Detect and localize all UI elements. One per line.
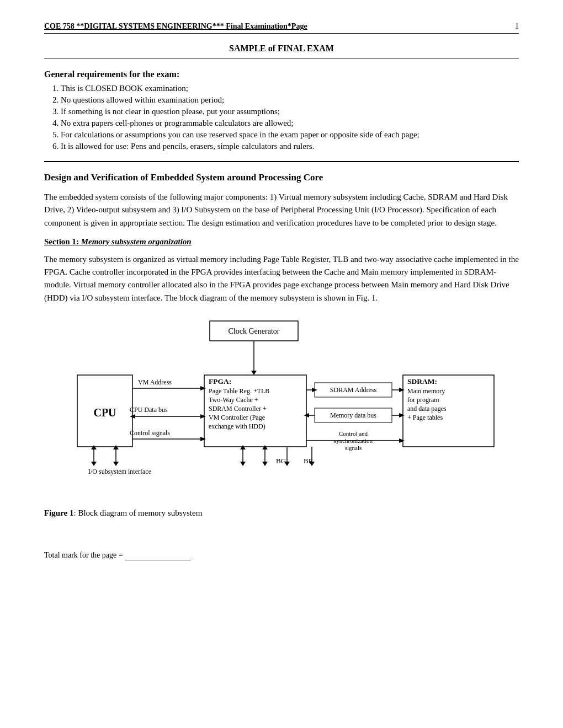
svg-marker-28 xyxy=(113,462,119,466)
list-item: For calculations or assumptions you can … xyxy=(61,130,519,140)
header-title: COE 758 **DIGITAL SYSTEMS ENGINEERING***… xyxy=(44,22,307,31)
bg-label: BG xyxy=(276,457,286,465)
intro-paragraph: The embedded system consists of the foll… xyxy=(44,191,519,229)
sdram-address-label: SDRAM Address xyxy=(330,386,377,394)
control-signals-label: Control signals xyxy=(130,429,170,437)
ctrl-sync-line1: Control and xyxy=(339,430,368,437)
sdram-line3: and data pages xyxy=(407,405,447,413)
io-interface-label: I/O subsystem interface xyxy=(88,468,151,475)
fpga-line4: VM Controller (Page xyxy=(209,414,265,421)
figure-caption: Figure 1: Block diagram of memory subsys… xyxy=(44,508,519,518)
main-section-title: Design and Verification of Embedded Syst… xyxy=(44,172,519,183)
clock-generator-label: Clock Generator xyxy=(229,327,280,335)
cpu-data-bus-label: CPU Data bus xyxy=(130,406,168,414)
total-mark-label: Total mark for the page = xyxy=(44,551,123,559)
figure-caption-text: : Block diagram of memory subsystem xyxy=(73,508,202,517)
fpga-line3: SDRAM Controller + xyxy=(209,405,267,413)
ctrl-sync-line3: signals xyxy=(345,445,362,451)
sdram-line2: for program xyxy=(407,396,439,404)
figure-label: Figure 1 xyxy=(44,508,73,517)
block-diagram: Clock Generator FPGA: Page Table Reg. +T… xyxy=(44,315,519,503)
section-divider xyxy=(44,161,519,162)
page-header: COE 758 **DIGITAL SYSTEMS ENGINEERING***… xyxy=(44,22,519,34)
fpga-line5: exchange with HDD) xyxy=(209,422,265,430)
cpu-label: CPU xyxy=(93,406,116,419)
vm-address-label: VM Address xyxy=(138,378,172,386)
svg-marker-33 xyxy=(240,462,246,466)
sdram-line4: + Page tables xyxy=(407,414,443,421)
general-requirements-heading: General requirements for the exam: xyxy=(44,69,519,79)
list-item: No questions allowed within examination … xyxy=(61,95,519,105)
list-item: It is allowed for use: Pens and pencils,… xyxy=(61,142,519,151)
svg-marker-27 xyxy=(91,462,97,466)
sdram-label: SDRAM: xyxy=(407,377,437,386)
page-number: 1 xyxy=(515,22,519,31)
total-mark-field xyxy=(125,551,191,560)
subsection-title: Section 1: Memory subsystem organization xyxy=(44,237,519,247)
subsection-label: Section 1: xyxy=(44,237,79,246)
svg-marker-2 xyxy=(251,371,257,375)
list-item: If something is not clear in question pl… xyxy=(61,107,519,116)
fpga-line1: Page Table Reg. +TLB xyxy=(209,387,269,395)
list-item: No extra papers cell-phones or programma… xyxy=(61,119,519,128)
requirements-list: This is CLOSED BOOK examination; No ques… xyxy=(61,84,519,151)
svg-marker-34 xyxy=(262,462,268,466)
fpga-label: FPGA: xyxy=(209,377,231,386)
footer: Total mark for the page = xyxy=(44,551,519,560)
sdram-line1: Main memory xyxy=(407,387,445,395)
subsection-paragraph: The memory subsystem is organized as vir… xyxy=(44,253,519,304)
subsection-title-text: Memory subsystem organization xyxy=(79,237,192,246)
diagram-svg: Clock Generator FPGA: Page Table Reg. +T… xyxy=(44,315,519,503)
sample-title: SAMPLE of FINAL EXAM xyxy=(44,44,519,58)
list-item: This is CLOSED BOOK examination; xyxy=(61,84,519,93)
fpga-line2: Two-Way Cache + xyxy=(209,396,258,404)
memory-data-bus-label: Memory data bus xyxy=(330,411,376,419)
